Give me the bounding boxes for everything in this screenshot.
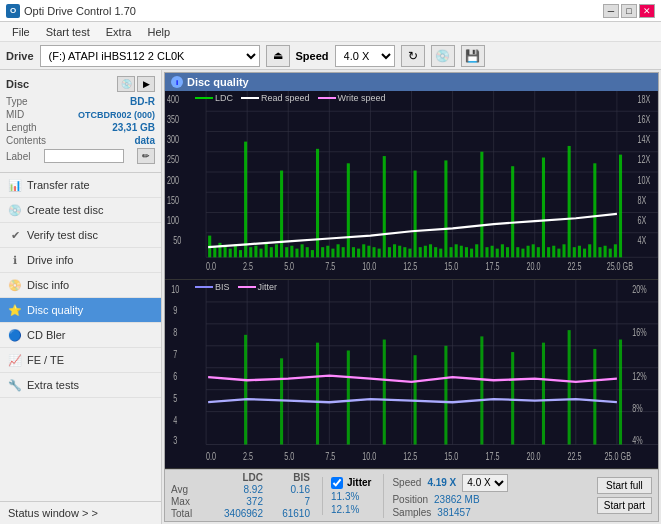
svg-text:350: 350 <box>167 114 179 126</box>
svg-rect-86 <box>403 247 406 257</box>
menu-help[interactable]: Help <box>139 25 178 39</box>
svg-rect-91 <box>429 244 432 257</box>
sidebar-item-disc-quality[interactable]: ⭐ Disc quality <box>0 298 161 323</box>
svg-rect-59 <box>265 243 268 257</box>
jitter-checkbox[interactable] <box>331 477 343 489</box>
svg-rect-113 <box>542 158 545 258</box>
disc-icon-2[interactable]: ▶ <box>137 76 155 92</box>
sidebar-item-label: Create test disc <box>27 204 103 216</box>
type-value: BD-R <box>130 96 155 107</box>
chart1-legend: LDC Read speed Write speed <box>195 93 385 103</box>
label-edit-button[interactable]: ✏ <box>137 148 155 164</box>
svg-rect-55 <box>244 142 247 258</box>
svg-text:10: 10 <box>171 283 179 295</box>
svg-text:22.5: 22.5 <box>568 451 582 463</box>
disc-quality-panel: i Disc quality LDC Read speed <box>164 72 659 522</box>
max-jitter: 12.1% <box>331 504 371 515</box>
svg-rect-100 <box>475 244 478 257</box>
label-label: Label <box>6 151 30 162</box>
samples-value: 381457 <box>437 507 470 518</box>
eject-button[interactable]: ⏏ <box>266 45 290 67</box>
minimize-button[interactable]: ─ <box>603 4 619 18</box>
sidebar-item-create-test-disc[interactable]: 💿 Create test disc <box>0 198 161 223</box>
svg-rect-123 <box>593 163 596 257</box>
menu-start-test[interactable]: Start test <box>38 25 98 39</box>
bis-label: BIS <box>215 282 230 292</box>
speed-select[interactable]: 4.0 X <box>335 45 395 67</box>
max-row-label: Max <box>171 496 216 507</box>
svg-text:15.0: 15.0 <box>444 451 458 463</box>
mid-label: MID <box>6 109 24 120</box>
menu-file[interactable]: File <box>4 25 38 39</box>
maximize-button[interactable]: □ <box>621 4 637 18</box>
svg-text:7: 7 <box>173 349 177 361</box>
create-test-disc-icon: 💿 <box>8 203 22 217</box>
verify-test-disc-icon: ✔ <box>8 228 22 242</box>
total-bis: 61610 <box>265 508 310 519</box>
sidebar-item-extra-tests[interactable]: 🔧 Extra tests <box>0 373 161 398</box>
svg-text:3: 3 <box>173 435 177 447</box>
content-area: i Disc quality LDC Read speed <box>162 70 661 524</box>
svg-rect-73 <box>337 244 340 257</box>
label-input[interactable] <box>44 149 124 163</box>
avg-jitter: 11.3% <box>331 491 371 502</box>
svg-text:8X: 8X <box>637 195 646 207</box>
sidebar-item-cd-bler[interactable]: 🔵 CD Bler <box>0 323 161 348</box>
svg-rect-111 <box>532 244 535 257</box>
write-speed-legend: Write speed <box>318 93 386 103</box>
sidebar-item-label: Drive info <box>27 254 73 266</box>
svg-rect-99 <box>470 249 473 258</box>
svg-text:9: 9 <box>173 305 177 317</box>
drive-select[interactable]: (F:) ATAPI iHBS112 2 CL0K <box>40 45 260 67</box>
svg-rect-82 <box>383 156 386 257</box>
start-full-button[interactable]: Start full <box>597 477 652 494</box>
stats-bar: LDC BIS Avg 8.92 0.16 Max 372 7 Total <box>165 469 658 521</box>
svg-text:20%: 20% <box>632 283 646 295</box>
svg-rect-66 <box>301 244 304 257</box>
speed-value: 4.19 X <box>427 477 456 488</box>
samples-label: Samples <box>392 507 431 518</box>
chart2: BIS Jitter <box>165 280 658 469</box>
write-speed-label: Write speed <box>338 93 386 103</box>
disc-info-icon: 📀 <box>8 278 22 292</box>
disc-button[interactable]: 💿 <box>431 45 455 67</box>
svg-rect-175 <box>347 351 350 445</box>
svg-rect-178 <box>444 346 447 445</box>
svg-rect-118 <box>568 146 571 257</box>
svg-rect-70 <box>321 247 324 257</box>
svg-rect-52 <box>229 249 232 258</box>
disc-icons: 💿 ▶ <box>117 76 155 92</box>
svg-rect-49 <box>213 247 216 257</box>
ldc-legend: LDC <box>195 93 233 103</box>
cd-bler-icon: 🔵 <box>8 328 22 342</box>
refresh-button[interactable]: ↻ <box>401 45 425 67</box>
svg-text:25.0 GB: 25.0 GB <box>607 261 633 273</box>
contents-label: Contents <box>6 135 46 146</box>
disc-icon-1[interactable]: 💿 <box>117 76 135 92</box>
sidebar-item-transfer-rate[interactable]: 📊 Transfer rate <box>0 173 161 198</box>
drive-info-icon: ℹ <box>8 253 22 267</box>
speed-result-select[interactable]: 4.0 X <box>462 474 508 492</box>
svg-rect-105 <box>501 244 504 257</box>
svg-text:4X: 4X <box>637 235 646 247</box>
start-part-button[interactable]: Start part <box>597 497 652 514</box>
jitter-legend: Jitter <box>238 282 278 292</box>
sidebar-item-verify-test-disc[interactable]: ✔ Verify test disc <box>0 223 161 248</box>
jitter-col-header: Jitter <box>347 477 371 488</box>
save-button[interactable]: 💾 <box>461 45 485 67</box>
close-button[interactable]: ✕ <box>639 4 655 18</box>
mid-value: OTCBDR002 (000) <box>78 110 155 120</box>
svg-rect-89 <box>419 247 422 257</box>
sidebar-item-disc-info[interactable]: 📀 Disc info <box>0 273 161 298</box>
svg-text:16%: 16% <box>632 327 646 339</box>
menu-extra[interactable]: Extra <box>98 25 140 39</box>
svg-rect-184 <box>619 340 622 445</box>
sidebar-item-label: CD Bler <box>27 329 66 341</box>
svg-text:4: 4 <box>173 415 177 427</box>
jitter-section: Jitter 11.3% 12.1% <box>322 477 371 515</box>
svg-text:300: 300 <box>167 134 179 146</box>
disc-type-row: Type BD-R <box>6 96 155 107</box>
status-window-button[interactable]: Status window > > <box>0 501 161 524</box>
sidebar-item-fe-te[interactable]: 📈 FE / TE <box>0 348 161 373</box>
sidebar-item-drive-info[interactable]: ℹ Drive info <box>0 248 161 273</box>
